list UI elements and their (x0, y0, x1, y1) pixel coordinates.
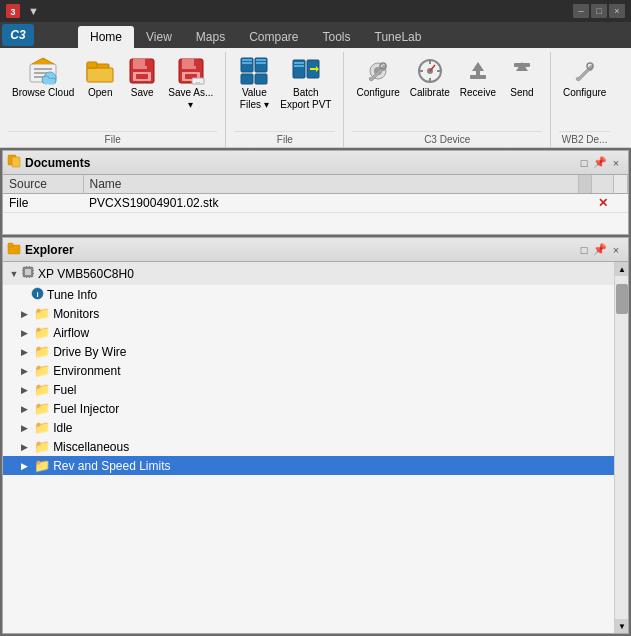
ribbon-group-wb2-label: WB2 De... (559, 131, 610, 147)
documents-pin-btn[interactable]: 📌 (592, 155, 608, 171)
rev-expand[interactable]: ▶ (17, 461, 31, 471)
scroll-thumb[interactable] (616, 284, 628, 314)
browse-cloud-icon (27, 55, 59, 87)
tree-item-monitors[interactable]: ▶ – 📁 Monitors (3, 304, 614, 323)
col-resize-handle[interactable] (579, 175, 592, 194)
fi-folder-icon: 📁 (34, 401, 50, 416)
root-expand-arrow[interactable]: ▼ (7, 269, 21, 279)
receive-icon (462, 55, 494, 87)
svg-rect-54 (22, 273, 24, 274)
send-icon (506, 55, 538, 87)
batch-export-button[interactable]: BatchExport PVT (276, 52, 335, 114)
wb2-configure-label: Configure (563, 87, 606, 99)
col-close (592, 175, 614, 194)
rev-folder-icon: 📁 (34, 458, 50, 473)
save-button[interactable]: Save (122, 52, 162, 102)
receive-button[interactable]: Receive (456, 52, 500, 102)
scroll-track[interactable] (615, 276, 628, 619)
value-files-button[interactable]: ValueFiles ▾ (234, 52, 274, 114)
tree-item-fuel[interactable]: ▶ – 📁 Fuel (3, 380, 614, 399)
monitors-expand[interactable]: ▶ (17, 309, 31, 319)
tree-item-miscellaneous[interactable]: ▶ – 📁 Miscellaneous (3, 437, 614, 456)
doc-scroll-0 (614, 194, 628, 213)
tab-view[interactable]: View (134, 26, 184, 48)
svg-rect-29 (242, 59, 252, 61)
svg-rect-50 (8, 243, 13, 247)
idle-folder-icon: 📁 (34, 420, 50, 435)
fuel-folder-icon: 📁 (34, 382, 50, 397)
explorer-title: Explorer (25, 243, 576, 257)
open-button[interactable]: Open (80, 52, 120, 102)
document-row-0[interactable]: File PVCXS19004901.02.stk ✕ (3, 194, 628, 213)
documents-close-btn[interactable]: × (608, 155, 624, 171)
explorer-scrollbar[interactable]: ▲ ▼ (614, 262, 628, 633)
ribbon-group-wb2-items: Configure (559, 52, 610, 131)
svg-rect-60 (29, 277, 30, 279)
svg-rect-3 (34, 68, 52, 70)
tab-compare[interactable]: Compare (237, 26, 310, 48)
tree-item-fuel-injector[interactable]: ▶ – 📁 Fuel Injector (3, 399, 614, 418)
close-button[interactable]: × (609, 4, 625, 18)
save-as-button[interactable]: ... Save As...▾ (164, 52, 217, 114)
doc-resize-0 (579, 194, 592, 213)
ribbon-group-items-file: Browse Cloud Open (8, 52, 217, 131)
explorer-pin-btn[interactable]: 📌 (592, 242, 608, 258)
explorer-titlebar: Explorer □ 📌 × (3, 238, 628, 262)
env-expand[interactable]: ▶ (17, 366, 31, 376)
idle-expand[interactable]: ▶ (17, 423, 31, 433)
explorer-minimize-btn[interactable]: □ (576, 242, 592, 258)
airflow-expand[interactable]: ▶ (17, 328, 31, 338)
svg-rect-36 (294, 65, 304, 67)
tree-item-airflow[interactable]: ▶ – 📁 Airflow (3, 323, 614, 342)
svg-rect-43 (476, 71, 480, 75)
send-label: Send (510, 87, 533, 99)
dbw-expand[interactable]: ▶ (17, 347, 31, 357)
ribbon-group-file: Browse Cloud Open (0, 52, 226, 147)
tune-info-expand: ▶ (17, 290, 31, 300)
scroll-up-btn[interactable]: ▲ (615, 262, 628, 276)
fi-expand[interactable]: ▶ (17, 404, 31, 414)
window-controls: – □ × (573, 4, 625, 18)
tree-item-idle[interactable]: ▶ – 📁 Idle (3, 418, 614, 437)
tree-item-drive-by-wire[interactable]: ▶ – 📁 Drive By Wire (3, 342, 614, 361)
explorer-panel-icon (7, 241, 21, 258)
send-button[interactable]: Send (502, 52, 542, 102)
documents-minimize-btn[interactable]: □ (576, 155, 592, 171)
wb2-configure-button[interactable]: Configure (559, 52, 610, 102)
ribbon-group-wb2: Configure WB2 De... (551, 52, 618, 147)
svg-rect-45 (520, 67, 524, 71)
tab-maps[interactable]: Maps (184, 26, 237, 48)
explorer-close-btn[interactable]: × (608, 242, 624, 258)
browse-cloud-button[interactable]: Browse Cloud (8, 52, 78, 102)
configure-button[interactable]: Configure (352, 52, 403, 102)
calibrate-button[interactable]: Calibrate (406, 52, 454, 102)
svg-rect-56 (33, 273, 35, 274)
tab-home[interactable]: Home (78, 26, 134, 48)
svg-rect-27 (241, 74, 253, 84)
minimize-button[interactable]: – (573, 4, 589, 18)
svg-rect-20 (194, 59, 198, 66)
tree-item-environment[interactable]: ▶ – 📁 Environment (3, 361, 614, 380)
value-files-icon (238, 55, 270, 87)
documents-titlebar: Documents □ 📌 × (3, 151, 628, 175)
batch-export-icon (290, 55, 322, 87)
maximize-button[interactable]: □ (591, 4, 607, 18)
tree-root-item[interactable]: ▼ (3, 262, 614, 285)
scroll-down-btn[interactable]: ▼ (615, 619, 628, 633)
ribbon-content: Browse Cloud Open (0, 48, 631, 148)
fuel-expand[interactable]: ▶ (17, 385, 31, 395)
ribbon-group-value-items: ValueFiles ▾ BatchExport (234, 52, 335, 131)
tree-item-tune-info[interactable]: ▶ i Tune Info (3, 285, 614, 304)
app-logo-button[interactable]: C3 (2, 24, 34, 46)
tab-tunelab[interactable]: TuneLab (363, 26, 434, 48)
fuel-dash: – (31, 389, 32, 391)
calibrate-icon (414, 55, 446, 87)
tab-tools[interactable]: Tools (311, 26, 363, 48)
explorer-tree: ▼ (3, 262, 614, 633)
airflow-folder-icon: 📁 (34, 325, 50, 340)
tree-item-rev-speed[interactable]: ▶ – 📁 Rev and Speed Limits (3, 456, 614, 475)
doc-close-0[interactable]: ✕ (592, 194, 614, 213)
misc-expand[interactable]: ▶ (17, 442, 31, 452)
close-x-icon[interactable]: ✕ (598, 196, 608, 210)
batch-export-label: BatchExport PVT (280, 87, 331, 111)
